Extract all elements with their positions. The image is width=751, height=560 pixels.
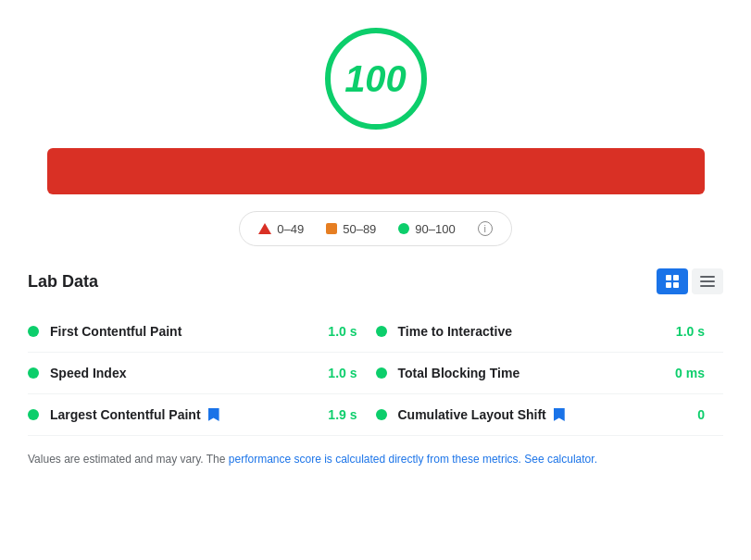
metric-value: 0 (677, 407, 723, 422)
average-range: 50–89 (343, 222, 376, 236)
info-button[interactable]: i (478, 221, 493, 236)
list-view-button[interactable] (692, 268, 723, 294)
metric-name: Time to Interactive (398, 324, 676, 339)
metric-dot (28, 326, 39, 337)
metrics-grid: First Contentful Paint 1.0 s Time to Int… (28, 311, 723, 436)
main-container: 100 0–49 50–89 90–100 i Lab Data (0, 0, 751, 487)
good-icon (398, 223, 409, 234)
lab-data-title: Lab Data (28, 272, 98, 292)
metric-speed-index: Speed Index 1.0 s (28, 353, 376, 394)
metric-name: First Contentful Paint (50, 324, 328, 339)
metric-time-to-interactive: Time to Interactive 1.0 s (376, 311, 724, 353)
performance-bar (47, 148, 705, 194)
metric-largest-contentful-paint: Largest Contentful Paint 1.9 s (28, 394, 376, 436)
footer-text: Values are estimated and may vary. The (28, 453, 229, 466)
metric-value: 1.0 s (328, 324, 375, 339)
metric-cumulative-layout-shift: Cumulative Layout Shift 0 (376, 394, 724, 436)
legend-poor: 0–49 (258, 222, 304, 236)
bookmark-icon (554, 408, 565, 421)
metric-dot (376, 326, 387, 337)
legend-good: 90–100 (398, 222, 455, 236)
bookmark-icon (208, 408, 219, 421)
view-toggle (657, 268, 723, 294)
metric-dot (28, 409, 39, 420)
metric-value: 1.0 s (328, 366, 375, 380)
calculator-link[interactable]: See calculator. (524, 453, 597, 466)
metric-total-blocking-time: Total Blocking Time 0 ms (376, 353, 724, 394)
metric-value: 0 ms (675, 366, 723, 380)
list-view-icon (696, 272, 719, 291)
score-circle: 100 (325, 28, 427, 130)
metric-dot (376, 367, 387, 379)
metric-dot (376, 409, 387, 420)
performance-score-link[interactable]: performance score is calculated directly… (229, 453, 521, 466)
average-icon (326, 223, 337, 234)
score-section: 100 (28, 19, 723, 148)
metric-dot (28, 367, 39, 379)
metric-name: Speed Index (50, 366, 328, 380)
metric-name: Total Blocking Time (398, 366, 676, 380)
metric-value: 1.9 s (328, 407, 375, 422)
metric-name: Cumulative Layout Shift (398, 407, 678, 422)
metric-first-contentful-paint: First Contentful Paint 1.0 s (28, 311, 376, 353)
legend-average: 50–89 (326, 222, 376, 236)
legend: 0–49 50–89 90–100 i (239, 211, 511, 246)
score-value: 100 (344, 58, 407, 100)
grid-view-button[interactable] (657, 268, 688, 294)
metric-value: 1.0 s (676, 324, 723, 339)
metric-name: Largest Contentful Paint (50, 407, 328, 422)
grid-view-icon (662, 271, 682, 292)
poor-range: 0–49 (277, 222, 304, 236)
poor-icon (258, 223, 271, 234)
footer-note: Values are estimated and may vary. The p… (28, 451, 723, 468)
lab-data-header: Lab Data (28, 268, 723, 294)
good-range: 90–100 (415, 222, 455, 236)
